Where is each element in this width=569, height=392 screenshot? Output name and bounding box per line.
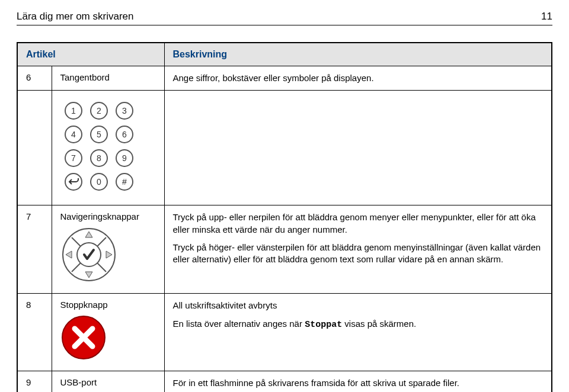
key-8: 8 <box>97 153 101 163</box>
row6-keypad-cell: 1 2 3 4 5 6 7 8 9 <box>52 91 164 205</box>
key-hash: # <box>122 177 127 187</box>
table-header-row: Artikel Beskrivning <box>17 43 552 66</box>
key-9: 9 <box>122 153 127 163</box>
row8-label-cell: Stoppknapp <box>52 294 164 371</box>
page-header: Lära dig mer om skrivaren 11 <box>17 11 552 25</box>
key-7: 7 <box>71 153 76 163</box>
row7-num: 7 <box>17 205 52 294</box>
row8-num: 8 <box>17 294 52 371</box>
row6-keypad-numcell <box>17 91 52 205</box>
key-5: 5 <box>97 130 101 139</box>
description-table: Artikel Beskrivning 6 Tangentbord Ange s… <box>17 42 552 392</box>
page-number: 11 <box>541 11 552 23</box>
table-row: 9 USB-port För in ett flashminne på skri… <box>17 371 552 392</box>
table-row: 1 2 3 4 5 6 7 8 9 <box>17 91 552 205</box>
row7-p2: Tryck på höger- eller vänsterpilen för a… <box>173 242 544 266</box>
table-row: 8 Stoppknapp All utskriftsaktivitet avbr… <box>17 294 552 371</box>
row9-label: USB-port <box>52 371 164 392</box>
row9-p1: För in ett flashminne på skrivarens fram… <box>173 377 544 389</box>
row8-p2: En lista över alternativ anges när Stopp… <box>173 318 544 331</box>
row8-p2b: visas på skärmen. <box>342 319 416 329</box>
row6-desc-text: Ange siffror, bokstäver eller symboler p… <box>173 72 544 84</box>
table-row: 7 Navigeringsknappar <box>17 205 552 294</box>
key-4: 4 <box>71 130 76 139</box>
key-2: 2 <box>97 106 101 115</box>
row9-desc: För in ett flashminne på skrivarens fram… <box>164 371 552 392</box>
col-header-artikel: Artikel <box>17 43 164 66</box>
row6-label: Tangentbord <box>52 66 164 91</box>
header-title: Lära dig mer om skrivaren <box>17 11 133 23</box>
row8-p2a: En lista över alternativ anges när <box>173 319 305 329</box>
row8-label: Stoppknapp <box>60 300 108 310</box>
row8-p1: All utskriftsaktivitet avbryts <box>173 300 544 311</box>
row7-desc: Tryck på upp- eller nerpilen för att blä… <box>164 205 552 294</box>
row9-num: 9 <box>17 371 52 392</box>
key-1: 1 <box>71 106 76 115</box>
row8-desc: All utskriftsaktivitet avbryts En lista … <box>164 294 552 371</box>
table-row: 6 Tangentbord Ange siffror, bokstäver el… <box>17 66 552 91</box>
key-3: 3 <box>122 106 127 115</box>
navigation-dpad-icon <box>60 226 117 283</box>
row7-label: Navigeringsknappar <box>60 211 139 221</box>
keypad-icon: 1 2 3 4 5 6 7 8 9 <box>60 100 138 195</box>
stop-button-icon <box>60 314 107 361</box>
row8-p2mono: Stoppat <box>305 320 342 330</box>
row7-label-cell: Navigeringsknappar <box>52 205 164 294</box>
row7-p1: Tryck på upp- eller nerpilen för att blä… <box>173 211 544 236</box>
col-header-beskrivning: Beskrivning <box>164 43 552 66</box>
row6-keypad-desc-empty <box>164 91 552 205</box>
row6-num: 6 <box>17 66 52 91</box>
key-0: 0 <box>97 177 101 187</box>
row6-desc: Ange siffror, bokstäver eller symboler p… <box>164 66 552 91</box>
key-6: 6 <box>122 130 127 139</box>
